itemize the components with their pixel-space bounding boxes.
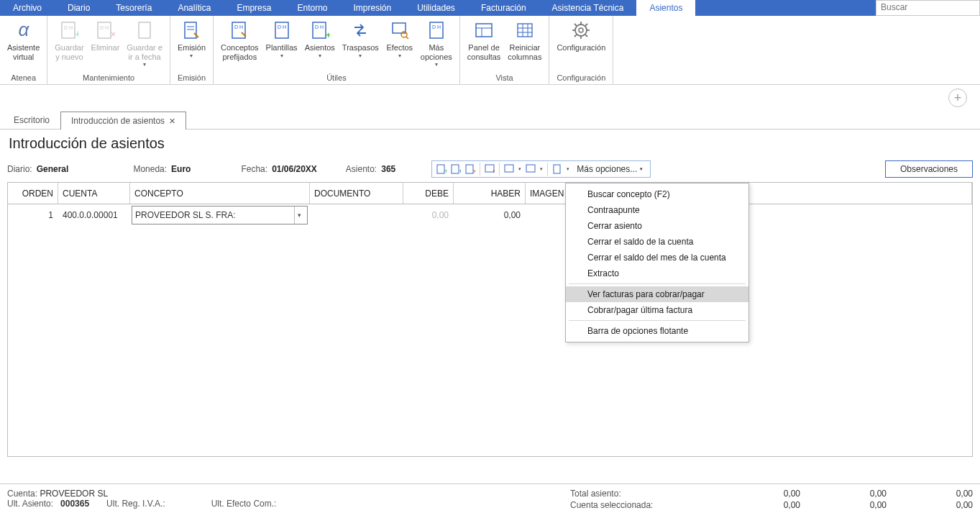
arrows-icon (349, 19, 372, 42)
svg-text:×: × (473, 168, 475, 174)
svg-rect-43 (452, 165, 459, 173)
menu-impresion[interactable]: Impresión (340, 0, 404, 16)
svg-rect-26 (518, 24, 532, 37)
reiniciar-columnas-button[interactable]: Reiniciar columnas (505, 17, 544, 63)
menu-cerrar-saldo-mes[interactable]: Cerrar el saldo del mes de la cuenta (566, 250, 748, 265)
menu-buscar-concepto[interactable]: Buscar concepto (F2) (566, 186, 748, 202)
tab-introduccion-asientos[interactable]: Introducción de asientos ✕ (60, 112, 186, 130)
mas-opciones-dropdown[interactable]: Más opciones...▾ (572, 164, 647, 174)
svg-text:+: + (75, 28, 79, 40)
cell-debe[interactable]: 0,00 (403, 204, 454, 226)
guardar-nuevo-button[interactable]: D H+ Guardar y nuevo (52, 17, 86, 63)
tb-dd3-icon[interactable] (551, 163, 564, 176)
menu-tesoreria[interactable]: Tesorería (103, 0, 165, 16)
col-debe[interactable]: DEBE (403, 183, 454, 204)
menu-extracto[interactable]: Extracto (566, 265, 748, 281)
doc-dh-pen-icon: D H (228, 19, 251, 42)
menu-analitica[interactable]: Analítica (165, 0, 224, 16)
chevron-down-icon[interactable]: ▾ (294, 206, 304, 224)
tab-escritorio[interactable]: Escritorio (3, 111, 60, 129)
chevron-down-icon: ▾ (190, 53, 193, 59)
cell-documento[interactable] (310, 204, 403, 226)
menu-facturacion[interactable]: Facturación (468, 0, 539, 16)
grid-row[interactable]: 1 400.0.0.00001 PROVEEDOR SL S. FRA: ▾ 0… (8, 204, 972, 226)
observaciones-button[interactable]: Observaciones (885, 160, 973, 178)
concepto-input[interactable]: PROVEEDOR SL S. FRA: ▾ (132, 206, 308, 224)
efectos-button[interactable]: Efectos ▾ (383, 17, 416, 60)
menu-asientos[interactable]: Asientos (636, 0, 695, 16)
emision-button[interactable]: Emisión ▾ (175, 17, 209, 60)
doc-plus-icon: D H+ (58, 19, 81, 42)
eliminar-button[interactable]: D H× Eliminar (88, 17, 123, 54)
svg-text:D H: D H (432, 24, 441, 29)
svg-line-38 (585, 35, 587, 37)
chevron-down-icon[interactable]: ▾ (517, 166, 523, 172)
asistente-virtual-button[interactable]: α Asistente virtual (4, 17, 42, 63)
tb-del-icon[interactable]: × (464, 163, 477, 176)
total-v1: 0,00 (714, 489, 800, 499)
traspasos-button[interactable]: Traspasos ▾ (339, 17, 382, 60)
tb-dd1-icon[interactable] (503, 163, 516, 176)
menu-utilidades[interactable]: Utilidades (404, 0, 468, 16)
cuenta-value: PROVEEDOR SL (40, 489, 108, 499)
entries-grid: ORDEN CUENTA CONCEPTO DOCUMENTO DEBE HAB… (7, 182, 973, 457)
tb-new-icon[interactable]: + (435, 163, 448, 176)
menu-ver-facturas[interactable]: Ver facturas para cobrar/pagar (566, 286, 748, 302)
tb-del2-icon[interactable]: × (483, 163, 496, 176)
menu-asistencia[interactable]: Asistencia Técnica (539, 0, 637, 16)
svg-line-39 (574, 35, 577, 37)
col-concepto[interactable]: CONCEPTO (130, 183, 310, 204)
cell-cuenta[interactable]: 400.0.0.00001 (58, 204, 130, 226)
svg-rect-45 (466, 165, 473, 173)
menu-entorno[interactable]: Entorno (284, 0, 340, 16)
panel-consultas-button[interactable]: Panel de consultas (464, 17, 503, 63)
configuracion-button[interactable]: Configuración (554, 17, 608, 54)
menu-divider (569, 283, 746, 284)
cuenta-sel-label: Cuenta seleccionada: (570, 500, 714, 510)
svg-text:D H: D H (278, 24, 286, 29)
close-icon[interactable]: ✕ (169, 117, 175, 126)
doc-dh-icon: D H (425, 19, 448, 42)
menu-empresa[interactable]: Empresa (224, 0, 284, 16)
cuenta-label: Cuenta: (7, 489, 37, 499)
menu-contraapunte[interactable]: Contraapunte (566, 202, 748, 218)
menu-cerrar-saldo-cuenta[interactable]: Cerrar el saldo de la cuenta (566, 234, 748, 250)
search-box[interactable] (876, 0, 980, 16)
col-orden[interactable]: ORDEN (8, 183, 58, 204)
svg-rect-23 (476, 24, 492, 37)
cell-concepto[interactable]: PROVEEDOR SL S. FRA: ▾ (130, 204, 310, 226)
menu-cerrar-asiento[interactable]: Cerrar asiento (566, 218, 748, 234)
guardar-fecha-button[interactable]: Guardar e ir a fecha ▾ (124, 17, 165, 69)
col-documento[interactable]: DOCUMENTO (310, 183, 403, 204)
tb-copy-icon[interactable]: + (449, 163, 462, 176)
menu-diario[interactable]: Diario (55, 0, 103, 16)
plantillas-button[interactable]: D H Plantillas ▾ (263, 17, 301, 60)
cell-imagen[interactable] (526, 204, 569, 226)
col-imagen[interactable]: IMAGEN (526, 183, 569, 204)
cell-haber[interactable]: 0,00 (454, 204, 526, 226)
col-haber[interactable]: HABER (454, 183, 526, 204)
asientos-button[interactable]: D H+ Asientos ▾ (302, 17, 338, 60)
sel-v3: 0,00 (887, 500, 973, 510)
conceptos-button[interactable]: D H Conceptos prefijados (218, 17, 262, 63)
add-tab-button[interactable]: + (948, 88, 967, 107)
menu-archivo[interactable]: Archivo (0, 0, 55, 16)
mas-opciones-button[interactable]: D H Más opciones ▾ (418, 17, 455, 69)
grid-header: ORDEN CUENTA CONCEPTO DOCUMENTO DEBE HAB… (8, 183, 972, 204)
menu-barra-flotante[interactable]: Barra de opciones flotante (566, 323, 748, 339)
col-cuenta[interactable]: CUENTA (58, 183, 130, 204)
cell-orden: 1 (8, 204, 58, 226)
chevron-down-icon[interactable]: ▾ (565, 166, 571, 172)
chevron-down-icon: ▾ (398, 53, 401, 59)
svg-point-31 (575, 24, 587, 36)
ultasiento-value: 000365 (60, 499, 89, 509)
menu-cobrar-pagar[interactable]: Cobrar/pagar última factura (566, 302, 748, 318)
tb-dd2-icon[interactable] (524, 163, 537, 176)
svg-text:D H: D H (234, 24, 243, 29)
search-input[interactable] (876, 1, 979, 14)
svg-text:×: × (111, 29, 115, 40)
doc-search-icon (388, 19, 411, 42)
svg-rect-8 (185, 22, 196, 38)
chevron-down-icon[interactable]: ▾ (539, 166, 544, 172)
plus-icon: + (954, 91, 962, 106)
